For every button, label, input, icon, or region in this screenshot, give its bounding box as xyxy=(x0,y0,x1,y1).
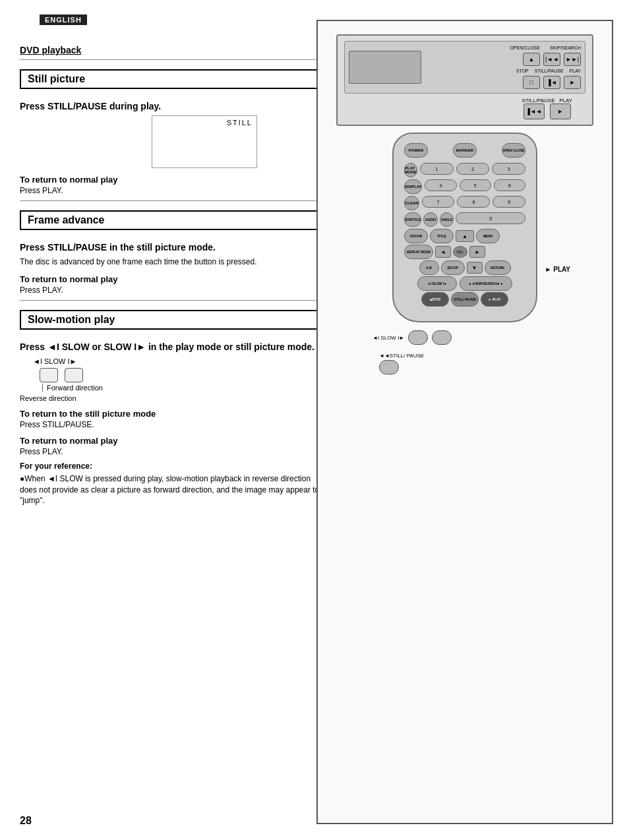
remote-control: POWER MARKER OPEN CLOSE PLAY MODE xyxy=(353,133,577,375)
num-2-btn[interactable]: 2 xyxy=(456,163,490,175)
angle-btn[interactable]: ANGLE xyxy=(440,212,454,227)
return-btn[interactable]: RETURN xyxy=(485,260,511,275)
still-pause-label: STILL/PAUSE xyxy=(535,69,564,73)
num-4-btn[interactable]: 4 xyxy=(425,179,456,191)
setup-label: SETUP xyxy=(447,266,458,270)
display-label: DISPLAY xyxy=(405,185,421,189)
player-display xyxy=(349,51,421,84)
remote-body: POWER MARKER OPEN CLOSE PLAY MODE xyxy=(392,133,537,322)
title-row: OFF/ON TITLE ▲ MENU xyxy=(404,229,525,243)
still-text: STILL xyxy=(227,119,253,127)
clear-row: CLEAR 7 8 9 xyxy=(404,196,525,210)
up-btn[interactable]: ▲ xyxy=(456,230,474,242)
section3-header: Slow-motion play xyxy=(20,310,323,330)
still-pause-btn-player[interactable]: ▐◄ xyxy=(543,76,560,89)
section3-instruction: Press ◄I SLOW or SLOW I► in the play mod… xyxy=(20,342,323,352)
still-pause-btn-remote[interactable]: STILL/ PAUSE xyxy=(451,292,479,307)
return2-title: To return to normal play xyxy=(20,274,323,284)
power-label: POWER xyxy=(409,148,424,152)
power-btn[interactable]: POWER xyxy=(404,143,428,158)
skip-search-btn[interactable]: ◄◄SKIP/SEARCH►► xyxy=(460,276,512,291)
section2-header: Frame advance xyxy=(20,210,323,230)
eject-btn[interactable]: ▲ xyxy=(523,53,540,66)
num-3-btn[interactable]: 3 xyxy=(492,163,525,175)
return-normal-title: To return to normal play xyxy=(20,436,323,446)
slow-buttons xyxy=(40,368,323,382)
ctrl-row-bottom: □ ▐◄ ► xyxy=(427,76,581,89)
subtitle-btn[interactable]: SUBTITLE xyxy=(404,212,421,227)
skip-search-label: ◄◄SKIP/SEARCH►► xyxy=(468,282,504,285)
play-lower-btn[interactable]: ► xyxy=(550,104,571,119)
slow-row: ◄I SLOW I► ◄◄SKIP/SEARCH►► xyxy=(404,276,525,291)
skip-search-label: SKIP/SEARCH xyxy=(550,45,581,50)
reverse-direction-label: Reverse direction xyxy=(20,394,323,402)
marker-group: MARKER xyxy=(453,143,477,158)
player-inner: OPEN/CLOSE SKIP/SEARCH ▲ |◄◄ ►►| STOP ST… xyxy=(344,41,585,94)
language-badge: ENGLISH xyxy=(40,15,87,25)
still-display-box: STILL xyxy=(152,115,257,168)
return-normal-sub: Press PLAY. xyxy=(20,447,323,456)
num-8-btn[interactable]: 8 xyxy=(457,196,490,208)
return-label: RETURN xyxy=(491,266,504,270)
still-pause-lower-btn[interactable]: ▐◄◄ xyxy=(524,104,545,119)
small-slow-btn-l xyxy=(408,330,428,345)
marker-btn[interactable]: MARKER xyxy=(453,143,477,158)
num-6-btn[interactable]: 6 xyxy=(494,179,525,191)
clear-btn[interactable]: CLEAR xyxy=(404,196,419,210)
remote-top-row: POWER MARKER OPEN CLOSE xyxy=(404,143,525,158)
still-pause-bottom-group: ◄◄STILL/ PAUSE xyxy=(379,353,577,375)
section1-header: Still picture xyxy=(20,69,323,89)
menu-btn[interactable]: MENU xyxy=(476,229,500,243)
skip-back-btn[interactable]: |◄◄ xyxy=(543,53,560,66)
still-pause-bottom-label: ◄◄STILL/ PAUSE xyxy=(379,353,577,359)
slow-label: ◄I SLOW I► xyxy=(427,282,447,285)
down-btn[interactable]: ▼ xyxy=(467,262,483,274)
stop-row: ■STOP STILL/ PAUSE ► PLAY xyxy=(404,292,525,307)
skip-fwd-btn[interactable]: ►►| xyxy=(564,53,581,66)
num-5-btn[interactable]: 5 xyxy=(460,179,491,191)
num-0-btn[interactable]: 0 xyxy=(456,212,525,224)
slow-btn-right xyxy=(65,368,83,382)
angle-label: ANGLE xyxy=(441,218,453,222)
display-btn[interactable]: DISPLAY xyxy=(404,179,422,194)
stop-label: STOP xyxy=(516,69,529,73)
forward-direction-label: Forward direction xyxy=(42,384,323,392)
player-lower-btns: STILL/PAUSE PLAY ▐◄◄ ► xyxy=(344,98,585,119)
left-btn[interactable]: ◄ xyxy=(435,246,451,258)
sel-btn[interactable]: SEL xyxy=(453,246,467,258)
audio-btn[interactable]: AUDIO xyxy=(423,212,437,227)
play-btn-player[interactable]: ► xyxy=(564,76,581,89)
title-btn[interactable]: TITLE xyxy=(430,229,454,243)
play-mode-btn[interactable]: PLAY MODE xyxy=(404,163,417,177)
setup-btn[interactable]: SETUP xyxy=(441,260,465,275)
play-btn-remote[interactable]: ► PLAY xyxy=(481,292,508,307)
menu-label: MENU xyxy=(483,234,493,238)
right-btn[interactable]: ► xyxy=(469,246,485,258)
ab-down-row: A-B SETUP ▼ RETURN xyxy=(419,260,511,275)
num-7-btn[interactable]: 7 xyxy=(422,196,455,208)
slow-btn[interactable]: ◄I SLOW I► xyxy=(417,276,457,291)
off-on-btn[interactable]: OFF/ON xyxy=(404,229,428,243)
open-close-btn[interactable]: OPEN CLOSE xyxy=(502,143,525,158)
clear-label: CLEAR xyxy=(405,201,419,205)
stop-btn[interactable]: □ xyxy=(523,76,540,89)
return1-sub: Press PLAY. xyxy=(20,186,323,195)
sel-label: SEL xyxy=(456,250,464,254)
audio-label: AUDIO xyxy=(425,218,436,222)
marker-label: MARKER xyxy=(456,148,473,152)
num-1-btn[interactable]: 1 xyxy=(420,163,454,175)
repeat-mode-btn[interactable]: REPEAT MODE xyxy=(404,245,433,259)
stop-btn-remote[interactable]: ■STOP xyxy=(421,292,449,307)
page-number: 28 xyxy=(20,815,32,827)
play-btn-label: ► PLAY xyxy=(488,297,500,301)
return1-title: To return to normal play xyxy=(20,175,323,185)
num-9-btn[interactable]: 9 xyxy=(493,196,525,208)
section1-instruction: Press STILL/PAUSE during play. xyxy=(20,101,323,111)
section2-body: The disc is advanced by one frame each t… xyxy=(20,256,323,268)
repeat-row: REPEAT MODE ◄ SEL ► xyxy=(404,245,525,259)
subtitle-row: SUBTITLE AUDIO ANGLE 0 xyxy=(404,212,525,227)
ab-btn[interactable]: A-B xyxy=(419,260,439,275)
section2-instruction: Press STILL/PAUSE in the still picture m… xyxy=(20,242,323,253)
return-still-sub: Press STILL/PAUSE. xyxy=(20,420,323,429)
open-close-label: OPEN CLOSE xyxy=(503,148,525,152)
